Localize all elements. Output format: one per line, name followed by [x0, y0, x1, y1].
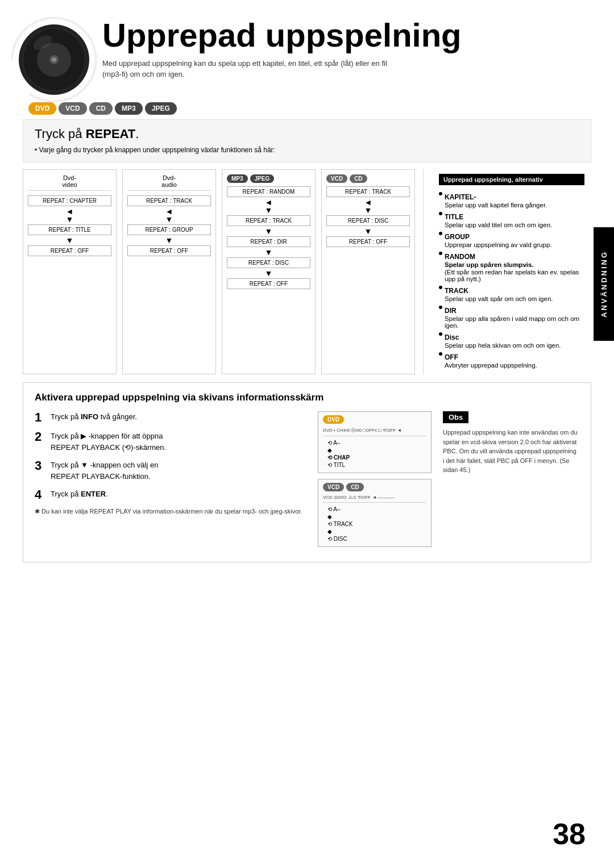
dot-icon [439, 286, 442, 289]
dvd-audio-header: Dvd- audio [127, 174, 211, 191]
badge-cd-small: CD [350, 174, 367, 183]
info-term: TRACK [445, 287, 553, 295]
screen-items-vcd: ⟲ A– ◆ ⟲ TRACK ◆ ⟲ DISC [323, 502, 426, 542]
step-2-text: Tryck på ▶ -knappen för att öppnaREPEAT … [51, 431, 166, 453]
steps-column: 1 Tryck på INFO två gånger. 2 Tryck på ▶… [35, 411, 306, 553]
flow-item: REPEAT : TITLE [28, 224, 111, 235]
step-4-text: Tryck på ENTER. [51, 489, 108, 500]
dvd-video-header: Dvd- video [28, 174, 111, 191]
flow-arrow: ▼ [326, 227, 410, 235]
dvd-screen: DVD DVD ▪ CH4/8 ⓢ/00 □OFF/□□ ⟲OFF ◄ ⟲ A–… [318, 411, 432, 473]
info-desc-extra: (Ett spår som redan har spelats kan ev. … [445, 269, 584, 282]
info-item-group: GROUP Upprepar uppspelning av vald grupp… [439, 229, 584, 248]
flow-item: REPEAT : DISC [326, 215, 410, 226]
flow-arrow: ◄▼ [28, 207, 111, 223]
info-term: TITLE [445, 213, 552, 221]
page-title: Upprepad uppspelning [102, 17, 586, 53]
page-number: 38 [553, 817, 586, 851]
flow-arrow: ▼ [227, 227, 310, 235]
step-3: 3 Tryck på ▼ -knappen och välj enREPEAT … [35, 460, 306, 482]
logo-graphic: 0101010101010101010101010101010101010101… [17, 23, 91, 97]
info-term: Disc [445, 333, 561, 341]
flow-item: REPEAT : OFF [227, 278, 310, 289]
badge-vcd-small: VCD [326, 174, 347, 183]
info-item-kapitel: KAPITEL- Spelar upp valt kapitel flera g… [439, 190, 584, 208]
dvd-audio-diagram: Dvd- audio REPEAT : TRACK ◄▼ REPEAT : GR… [122, 169, 216, 374]
svg-point-5 [52, 57, 56, 62]
step-2: 2 Tryck på ▶ -knappen för att öppnaREPEA… [35, 431, 306, 453]
badge-jpeg-small: JPEG [250, 174, 275, 183]
page-subtitle: Med upprepad uppspelning kan du spela up… [102, 58, 443, 80]
repeat-bullet: • Varje gång du trycker på knappen under… [35, 146, 579, 154]
dot-icon [439, 192, 442, 195]
step-3-text: Tryck på ▼ -knappen och välj enREPEAT PL… [51, 460, 158, 482]
info-item-track: TRACK Spelar upp valt spår om och om ige… [439, 283, 584, 302]
screen-item: ⟲ A– [327, 440, 426, 446]
info-desc: Spelar upp spåren slumpvis. [445, 261, 584, 268]
diagram-wrapper: Dvd- video REPEAT : CHAPTER ◄▼ REPEAT : … [23, 169, 591, 374]
flow-item: REPEAT : GROUP [127, 224, 211, 235]
flow-item: REPEAT : OFF [326, 236, 410, 247]
flow-item: REPEAT : DIR [227, 236, 310, 247]
flow-item: REPEAT : RANDOM [227, 186, 310, 197]
dvd-video-diagram: Dvd- video REPEAT : CHAPTER ◄▼ REPEAT : … [23, 169, 117, 374]
dot-icon [439, 252, 442, 255]
info-desc: Spelar upp alla spåren i vald mapp om oc… [445, 315, 584, 329]
dot-icon [439, 306, 442, 309]
flow-arrow: ▼ [227, 269, 310, 277]
side-label: ANVÄNDNING [594, 227, 614, 341]
vcd-cd-diagram: VCD CD REPEAT : TRACK ◄▼ REPEAT : DISC ▼… [321, 169, 415, 374]
flow-item: REPEAT : OFF [28, 245, 111, 256]
repeat-title: Tryck på REPEAT. [35, 127, 579, 141]
obs-header: Obs [443, 411, 468, 423]
page-header: 0101010101010101010101010101010101010101… [0, 0, 614, 102]
screen-item: ⟲ DISC [327, 536, 426, 542]
dot-icon [439, 212, 442, 215]
badge-mp3: MP3 [115, 102, 143, 115]
asterisk-note: ✱ Du kan inte välja REPEAT PLAY via info… [35, 508, 306, 515]
info-desc: Spelar upp vald titel om och om igen. [445, 222, 552, 228]
info-item-disc: Disc Spelar upp hela skivan om och om ig… [439, 330, 584, 349]
step-1: 1 Tryck på INFO två gånger. [35, 411, 306, 424]
vcd-cd-badge-row: VCD CD [326, 174, 410, 183]
vcd-cd-screen: VCD CD VCD ◎0/02 ♩L/1 ⟲OFF ◄———— ⟲ A– ◆ … [318, 479, 432, 547]
info-term: OFF [445, 353, 537, 361]
info-desc: Upprepar uppspelning av vald grupp. [445, 241, 552, 248]
bottom-title: Aktivera upprepad uppspelning via skivan… [35, 392, 579, 403]
step-4-number: 4 [35, 489, 46, 501]
dot-icon [439, 232, 442, 235]
flow-arrow: ◄▼ [227, 198, 310, 214]
flow-item: REPEAT : TRACK [326, 186, 410, 197]
info-term: GROUP [445, 233, 552, 241]
step-1-text: Tryck på INFO två gånger. [51, 411, 137, 423]
info-item-off: OFF Avbryter upprepad uppspelning. [439, 350, 584, 369]
obs-text: Upprepad uppspelning kan inte användas o… [443, 428, 579, 475]
flow-arrow: ◄▼ [326, 198, 410, 214]
repeat-section: Tryck på REPEAT. • Varje gång du trycker… [23, 119, 591, 162]
badge-mp3-small: MP3 [227, 174, 248, 183]
step-2-number: 2 [35, 431, 46, 443]
screen-item: ◆ [327, 528, 426, 535]
mp3-jpeg-diagram: MP3 JPEG REPEAT : RANDOM ◄▼ REPEAT : TRA… [222, 169, 316, 374]
info-panel-header: Upprepad uppspelning, alternativ [439, 174, 584, 185]
info-desc: Spelar upp valt spår om och om igen. [445, 295, 553, 302]
screen-item: ⟲ TITL [327, 462, 426, 468]
info-item-dir: DIR Spelar upp alla spåren i vald mapp o… [439, 303, 584, 329]
info-panel: Upprepad uppspelning, alternativ KAPITEL… [432, 169, 591, 374]
dot-icon [439, 352, 442, 356]
header-title-block: Upprepad uppspelning Med upprepad uppspe… [102, 17, 586, 80]
left-diagrams: Dvd- video REPEAT : CHAPTER ◄▼ REPEAT : … [23, 169, 591, 374]
screen-status-row-vcd: VCD ◎0/02 ♩L/1 ⟲OFF ◄———— [323, 495, 426, 500]
flow-item: REPEAT : TRACK [227, 215, 310, 226]
info-term: DIR [445, 307, 584, 315]
obs-section: Obs Upprepad uppspelning kan inte använd… [443, 411, 579, 553]
badge-jpeg: JPEG [145, 102, 177, 115]
screen-item: ⟲ A– [327, 506, 426, 512]
flow-arrow: ▼ [28, 236, 111, 244]
info-term: KAPITEL- [445, 193, 547, 201]
flow-arrow: ▼ [227, 248, 310, 256]
col-divider [423, 169, 424, 374]
flow-arrow: ◄▼ [127, 207, 211, 223]
screen-badge-row-dvd: DVD [323, 415, 426, 424]
screens-column: DVD DVD ▪ CH4/8 ⓢ/00 □OFF/□□ ⟲OFF ◄ ⟲ A–… [318, 411, 432, 553]
